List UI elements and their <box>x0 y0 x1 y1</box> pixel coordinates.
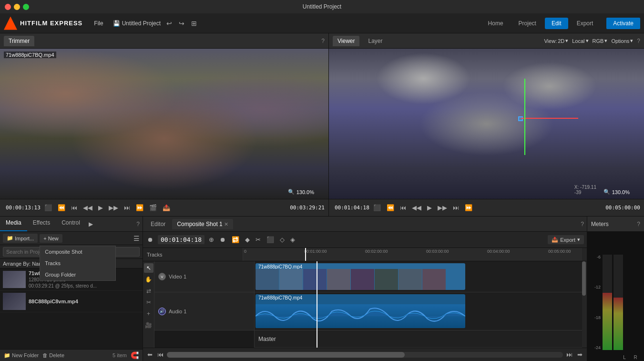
trimmer-next-frame[interactable]: ⏩ <box>134 203 145 212</box>
panel-expand-arrow[interactable]: ▶ <box>86 217 96 231</box>
audio-clip-1[interactable]: 71w888piC7BQ.mp4 <box>256 294 465 328</box>
slip-tool[interactable]: ⇄ <box>144 286 153 296</box>
timeline-zoom-out[interactable]: ⬅ <box>146 350 154 359</box>
ed-mark[interactable]: ◆ <box>244 235 251 244</box>
video-clip-1[interactable]: 71w888piC7BQ.mp4 <box>256 263 465 290</box>
ed-cut[interactable]: ✂ <box>254 235 262 244</box>
meters-header: Meters ? <box>587 217 644 232</box>
redo-button[interactable]: ↪ <box>177 19 186 28</box>
viewer-in-point[interactable]: ⬛ <box>371 203 383 212</box>
timeline-zoom-end[interactable]: ⏭ <box>565 350 574 359</box>
hand-tool[interactable]: ✋ <box>144 275 153 284</box>
trimmer-send-to-editor[interactable]: 📤 <box>161 203 172 212</box>
view-mode-selector[interactable]: View: 2D ▾ <box>544 38 568 44</box>
tab-project[interactable]: Project <box>512 18 543 29</box>
ruler-mark-1: 00:01:00:00 <box>304 249 327 254</box>
ed-record[interactable]: ⏺ <box>218 235 227 244</box>
timeline-ruler: 0 00:01:00:00 00:02:00:00 00:03:00:00 00… <box>243 248 582 261</box>
export-button[interactable]: 📤 Export ▾ <box>548 235 584 244</box>
new-button[interactable]: + New <box>40 234 62 243</box>
trimmer-prev-frame[interactable]: ⏪ <box>56 203 67 212</box>
timeline-zoom-start[interactable]: ⏮ <box>156 350 165 359</box>
editor-time-display[interactable]: 00:01:04:18 <box>158 235 204 244</box>
file-menu[interactable]: File <box>90 18 107 29</box>
color-mode-selector[interactable]: RGB ▾ <box>593 38 608 44</box>
project-title-area: 💾 Untitled Project <box>113 20 161 27</box>
grid-icon[interactable]: ⊞ <box>189 19 199 28</box>
timeline-scrollbar[interactable] <box>167 352 563 358</box>
ed-add-layer[interactable]: ⊕ <box>207 235 215 244</box>
media-item-2[interactable]: 88C888piC8vm.mp4 <box>0 291 143 312</box>
new-tracks-item[interactable]: Tracks <box>40 258 115 269</box>
trimmer-fast-forward[interactable]: ▶▶ <box>107 203 120 212</box>
viewer-step-forward[interactable]: ⏭ <box>451 203 461 212</box>
activate-button[interactable]: Activate <box>606 18 640 29</box>
trimmer-play[interactable]: ▶ <box>96 203 105 212</box>
new-folder-button[interactable]: 📁 New Folder <box>4 352 39 359</box>
ed-diamond[interactable]: ◇ <box>278 235 286 244</box>
ed-split[interactable]: ⬛ <box>265 235 276 244</box>
audio-track-mute[interactable]: 🔊 <box>158 308 166 315</box>
menu-items: File <box>90 18 107 29</box>
editor-help-icon[interactable]: ? <box>581 221 584 227</box>
options-button[interactable]: Options ▾ <box>611 38 633 44</box>
tab-export[interactable]: Export <box>570 18 600 29</box>
timeline-zoom-in[interactable]: ➡ <box>576 350 584 359</box>
clip-thumb-5 <box>351 269 375 290</box>
razor-tool[interactable]: ✂ <box>144 298 153 307</box>
tab-editor[interactable]: Editor <box>146 219 170 229</box>
composite-shot-close[interactable]: ✕ <box>224 221 228 227</box>
trimmer-step-back[interactable]: ⏮ <box>69 203 79 212</box>
video-track-visibility[interactable]: V <box>158 273 166 280</box>
viewer-play[interactable]: ▶ <box>425 203 434 212</box>
item-count: 5 item <box>112 352 127 358</box>
import-button[interactable]: 📁 Import... <box>3 234 38 243</box>
trimmer-rewind[interactable]: ◀◀ <box>81 203 94 212</box>
trimmer-tab[interactable]: Trimmer <box>4 36 34 46</box>
tab-home[interactable]: Home <box>481 18 510 29</box>
viewer-step-back[interactable]: ⏮ <box>398 203 408 212</box>
viewer-next-frame[interactable]: ⏩ <box>463 203 474 212</box>
camera-icon[interactable]: 🎥 <box>144 320 153 330</box>
viewer-tab[interactable]: Viewer <box>333 36 359 46</box>
export-chevron: ▾ <box>577 237 580 243</box>
add-track-btn[interactable]: + <box>144 309 153 319</box>
select-tool[interactable]: ↖ <box>144 263 153 273</box>
new-composite-shot-item[interactable]: Composite Shot <box>40 246 115 258</box>
new-group-folder-item[interactable]: Group Folder <box>40 269 115 280</box>
ed-loop[interactable]: 🔁 <box>230 235 241 244</box>
tab-control[interactable]: Control <box>56 217 86 231</box>
trimmer-out-point[interactable]: 🎬 <box>147 203 159 212</box>
tab-edit[interactable]: Edit <box>545 18 568 29</box>
undo-button[interactable]: ↩ <box>164 19 174 28</box>
clip-thumb-4 <box>327 269 351 290</box>
trimmer-help-icon[interactable]: ? <box>321 38 325 44</box>
viewer-fast-forward[interactable]: ▶▶ <box>436 203 449 212</box>
close-button[interactable] <box>5 4 11 10</box>
minimize-button[interactable] <box>14 4 20 10</box>
delete-button[interactable]: 🗑 Delete <box>42 352 64 358</box>
tracks-scrollbar[interactable] <box>582 261 587 348</box>
main-layout: Trimmer ? 71w888piC7BQ.mp4 🔍 130.0% 00:0… <box>0 33 644 361</box>
viewer-header: Viewer Layer View: 2D ▾ Local ▾ RGB ▾ <box>329 33 644 49</box>
local-selector[interactable]: Local ▾ <box>572 38 588 44</box>
maximize-button[interactable] <box>23 4 29 10</box>
layer-tab[interactable]: Layer <box>363 36 387 46</box>
viewer-rewind[interactable]: ◀◀ <box>410 203 423 212</box>
list-view-button[interactable]: ☰ <box>133 235 140 242</box>
composite-shot-label[interactable]: Composite Shot 1 <box>177 221 222 227</box>
viewer-prev-frame[interactable]: ⏪ <box>385 203 396 212</box>
view-mode-value: 2D <box>558 38 564 44</box>
options-chevron: ▾ <box>630 38 633 44</box>
trimmer-step-forward[interactable]: ⏭ <box>122 203 132 212</box>
new-dropdown-menu: Composite Shot Tracks Group Folder <box>40 246 116 281</box>
ed-diamond2[interactable]: ◈ <box>289 235 296 244</box>
viewer-help-icon[interactable]: ? <box>637 38 640 44</box>
magnet-icon[interactable]: 🧲 <box>131 351 139 359</box>
tab-effects[interactable]: Effects <box>27 217 56 231</box>
meters-help-icon[interactable]: ? <box>637 221 640 227</box>
media-panel-help[interactable]: ? <box>133 217 143 231</box>
trimmer-in-point[interactable]: ⬛ <box>42 203 54 212</box>
tab-media[interactable]: Media <box>0 217 27 231</box>
ed-snap-btn[interactable]: ⏺ <box>146 235 155 244</box>
